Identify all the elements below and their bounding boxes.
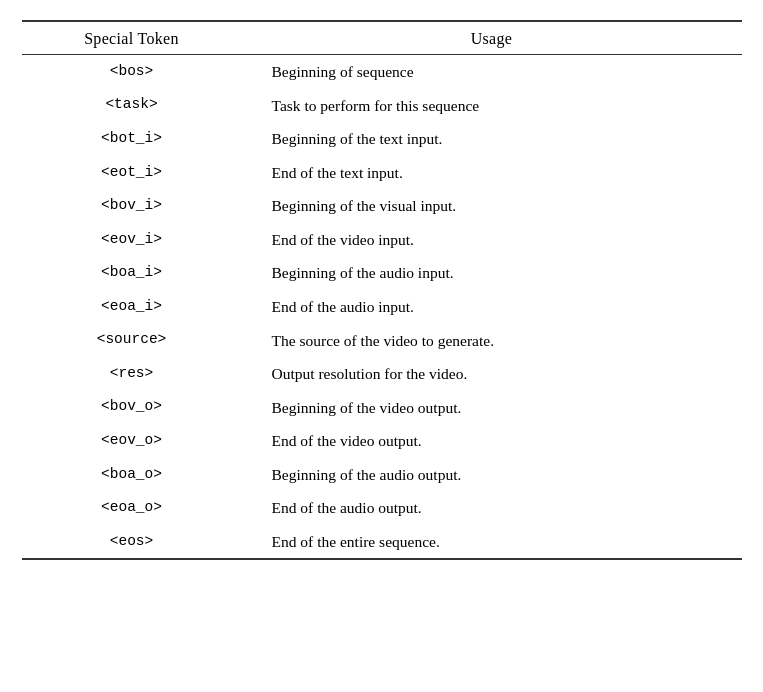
token-cell: <bov_o> xyxy=(22,391,242,425)
usage-cell: End of the video input. xyxy=(242,223,742,257)
token-cell: <bot_i> xyxy=(22,122,242,156)
usage-cell: Beginning of the audio output. xyxy=(242,458,742,492)
token-cell: <bov_i> xyxy=(22,189,242,223)
usage-cell: Task to perform for this sequence xyxy=(242,89,742,123)
usage-cell: End of the video output. xyxy=(242,424,742,458)
table-row: <eos>End of the entire sequence. xyxy=(22,525,742,560)
token-table-container: Special Token Usage <bos>Beginning of se… xyxy=(22,20,742,560)
table-row: <eov_o>End of the video output. xyxy=(22,424,742,458)
table-row: <eot_i>End of the text input. xyxy=(22,156,742,190)
token-cell: <bos> xyxy=(22,55,242,89)
table-row: <bov_i>Beginning of the visual input. xyxy=(22,189,742,223)
token-cell: <eot_i> xyxy=(22,156,242,190)
token-cell: <eos> xyxy=(22,525,242,560)
table-row: <boa_o>Beginning of the audio output. xyxy=(22,458,742,492)
table-body: <bos>Beginning of sequence<task>Task to … xyxy=(22,55,742,560)
table-row: <eoa_o>End of the audio output. xyxy=(22,491,742,525)
table-row: <bos>Beginning of sequence xyxy=(22,55,742,89)
usage-cell: End of the audio output. xyxy=(242,491,742,525)
token-cell: <source> xyxy=(22,324,242,358)
token-cell: <task> xyxy=(22,89,242,123)
token-cell: <eoa_o> xyxy=(22,491,242,525)
usage-cell: Beginning of the text input. xyxy=(242,122,742,156)
token-cell: <eoa_i> xyxy=(22,290,242,324)
header-row: Special Token Usage xyxy=(22,21,742,55)
usage-cell: The source of the video to generate. xyxy=(242,324,742,358)
usage-cell: Beginning of the video output. xyxy=(242,391,742,425)
token-cell: <res> xyxy=(22,357,242,391)
table-row: <boa_i>Beginning of the audio input. xyxy=(22,256,742,290)
usage-cell: Beginning of sequence xyxy=(242,55,742,89)
usage-cell: Beginning of the visual input. xyxy=(242,189,742,223)
usage-cell: Beginning of the audio input. xyxy=(242,256,742,290)
header-token: Special Token xyxy=(22,21,242,55)
table-row: <eoa_i>End of the audio input. xyxy=(22,290,742,324)
token-cell: <eov_i> xyxy=(22,223,242,257)
table-row: <bot_i>Beginning of the text input. xyxy=(22,122,742,156)
table-row: <source>The source of the video to gener… xyxy=(22,324,742,358)
token-cell: <eov_o> xyxy=(22,424,242,458)
table-header: Special Token Usage xyxy=(22,21,742,55)
table-row: <bov_o>Beginning of the video output. xyxy=(22,391,742,425)
token-cell: <boa_i> xyxy=(22,256,242,290)
table-row: <eov_i>End of the video input. xyxy=(22,223,742,257)
usage-cell: Output resolution for the video. xyxy=(242,357,742,391)
usage-cell: End of the entire sequence. xyxy=(242,525,742,560)
usage-cell: End of the audio input. xyxy=(242,290,742,324)
table-row: <task>Task to perform for this sequence xyxy=(22,89,742,123)
usage-cell: End of the text input. xyxy=(242,156,742,190)
table-row: <res>Output resolution for the video. xyxy=(22,357,742,391)
special-token-table: Special Token Usage <bos>Beginning of se… xyxy=(22,20,742,560)
header-usage: Usage xyxy=(242,21,742,55)
token-cell: <boa_o> xyxy=(22,458,242,492)
